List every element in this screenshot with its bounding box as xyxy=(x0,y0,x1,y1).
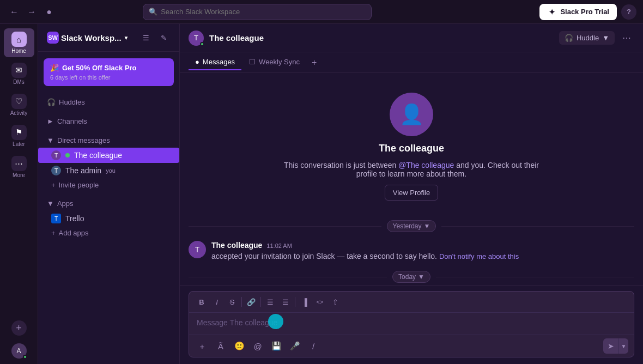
weekly-sync-tab-label: Weekly Sync xyxy=(259,58,300,66)
back-button[interactable]: ← xyxy=(7,4,22,20)
main-chat: T The colleague 🎧 Huddle ▼ ⋯ ● Messages … xyxy=(180,24,643,364)
history-button[interactable]: ● xyxy=(41,4,57,20)
channels-header[interactable]: ► Channels xyxy=(38,114,179,129)
today-pill[interactable]: Today ▼ xyxy=(392,271,430,283)
bullet-list-button[interactable]: ☰ xyxy=(263,295,277,309)
block-quote-button[interactable]: ▐ xyxy=(298,295,312,309)
yesterday-label: Yesterday xyxy=(393,222,422,230)
promo-icon: 🎉 xyxy=(50,64,59,72)
workspace-name[interactable]: SW Slack Worksp... ▼ xyxy=(47,32,129,44)
tab-weekly-sync[interactable]: ☐ Weekly Sync xyxy=(242,54,306,70)
channels-chevron-icon: ► xyxy=(47,117,54,125)
audio-button[interactable]: 🎤 xyxy=(287,338,302,354)
more-formatting-button[interactable]: ⇧ xyxy=(328,295,342,309)
yesterday-pill[interactable]: Yesterday ▼ xyxy=(387,220,436,232)
link-button[interactable]: 🔗 xyxy=(244,295,258,309)
files-button[interactable]: 💾 xyxy=(269,338,284,354)
sidebar-item-home[interactable]: ⌂ Home xyxy=(4,28,34,57)
add-workspace-button[interactable]: + xyxy=(11,320,27,336)
intro-text-before: This conversation is just between xyxy=(284,161,396,169)
search-icon: 🔍 xyxy=(149,8,157,16)
search-bar[interactable]: 🔍 xyxy=(143,4,372,20)
text-format-button[interactable]: Ã xyxy=(213,338,228,354)
message-1-author: The colleague xyxy=(211,241,262,250)
contact-online-indicator xyxy=(200,42,204,46)
chat-body: 👤 The colleague This conversation is jus… xyxy=(180,73,643,285)
view-profile-button[interactable]: View Profile xyxy=(385,185,438,201)
user-avatar-container: A xyxy=(11,343,27,359)
search-input[interactable] xyxy=(161,8,366,16)
sidebar-compose-button[interactable]: ✎ xyxy=(156,31,171,45)
message-input-area: B I S 🔗 ☰ ☰ ▐ <> ⇧ Message The colleague xyxy=(180,285,643,364)
huddle-button[interactable]: 🎧 Huddle ▼ xyxy=(559,31,615,45)
today-chevron: ▼ xyxy=(418,273,424,281)
add-apps-item[interactable]: + Add apps xyxy=(38,226,179,240)
add-tab-button[interactable]: + xyxy=(307,54,321,71)
code-button[interactable]: <> xyxy=(313,295,327,309)
nav-buttons: ← → ● xyxy=(7,4,57,20)
strikethrough-button[interactable]: S xyxy=(225,295,239,309)
attach-button[interactable]: + xyxy=(195,338,210,354)
send-area: ➤ ▼ xyxy=(603,338,628,354)
slack-pro-button[interactable]: ✦ Slack Pro Trial xyxy=(539,4,617,20)
intro-avatar: 👤 xyxy=(390,93,433,136)
trello-label: Trello xyxy=(65,214,84,223)
dm-item-colleague[interactable]: T The colleague xyxy=(38,148,179,163)
messages-tab-label: Messages xyxy=(203,58,235,66)
sidebar-item-activity[interactable]: ♡ Activity xyxy=(4,90,34,119)
sidebar-item-later[interactable]: ⚑ Later xyxy=(4,122,34,150)
home-icon: ⌂ xyxy=(11,32,27,47)
chat-tabs: ● Messages ☐ Weekly Sync + xyxy=(180,52,643,73)
input-box: B I S 🔗 ☰ ☰ ▐ <> ⇧ Message The colleague xyxy=(189,291,634,357)
message-input-field[interactable]: Message The colleague xyxy=(189,313,634,335)
sidebar-filter-button[interactable]: ☰ xyxy=(139,31,153,45)
promo-banner[interactable]: 🎉 Get 50% Off Slack Pro 6 days left on t… xyxy=(44,58,174,86)
headset-icon: 🎧 xyxy=(565,34,573,42)
sidebar: SW Slack Worksp... ▼ ☰ ✎ 🎉 Get 50% Off S… xyxy=(38,24,180,364)
invite-people-item[interactable]: + Invite people xyxy=(38,178,179,192)
send-button[interactable]: ➤ xyxy=(603,338,618,354)
bold-button[interactable]: B xyxy=(195,295,209,309)
tab-messages[interactable]: ● Messages xyxy=(189,54,241,70)
dm-item-admin[interactable]: T The admin you xyxy=(38,163,179,178)
intro-section: 👤 The colleague This conversation is jus… xyxy=(189,82,634,211)
promo-title: 🎉 Get 50% Off Slack Pro xyxy=(50,64,167,72)
later-label: Later xyxy=(13,141,25,147)
activity-icon: ♡ xyxy=(11,94,27,109)
activity-label: Activity xyxy=(10,110,28,116)
dont-notify-link[interactable]: Don't notify me about this xyxy=(439,252,519,260)
emoji-button[interactable]: 🙂 xyxy=(232,338,247,354)
dms-label: DMs xyxy=(13,79,25,85)
trello-icon: T xyxy=(51,214,61,223)
chat-more-button[interactable]: ⋯ xyxy=(619,31,634,46)
message-1-avatar: T xyxy=(189,241,206,258)
message-1-text: accepted your invitation to join Slack —… xyxy=(211,251,634,262)
numbered-list-button[interactable]: ☰ xyxy=(278,295,293,309)
mention-button[interactable]: @ xyxy=(250,338,265,354)
intro-mention[interactable]: @The colleague xyxy=(398,161,454,169)
toolbar-divider-2 xyxy=(260,297,261,307)
italic-button[interactable]: I xyxy=(210,295,224,309)
sidebar-item-more[interactable]: ⋯ More xyxy=(4,153,34,181)
today-label: Today xyxy=(398,273,416,281)
toolbar-divider-1 xyxy=(241,297,242,307)
main-layout: ⌂ Home ✉ DMs ♡ Activity ⚑ Later ⋯ More +… xyxy=(0,24,643,364)
apps-header[interactable]: ▼ Apps xyxy=(38,196,179,211)
chat-header: T The colleague 🎧 Huddle ▼ ⋯ xyxy=(180,24,643,52)
huddles-header[interactable]: 🎧 Huddles xyxy=(38,95,179,110)
direct-messages-header[interactable]: ▼ Direct messages xyxy=(38,133,179,148)
trello-item[interactable]: T Trello xyxy=(38,211,179,226)
user-avatar[interactable]: A xyxy=(11,343,27,359)
headphones-icon: 🎧 xyxy=(47,98,56,106)
admin-name: The admin xyxy=(65,166,101,175)
send-options-button[interactable]: ▼ xyxy=(618,338,628,354)
forward-button[interactable]: → xyxy=(24,4,39,20)
message-1-header: The colleague 11:02 AM xyxy=(211,241,634,250)
huddles-section: 🎧 Huddles xyxy=(38,93,179,112)
sidebar-header: SW Slack Worksp... ▼ ☰ ✎ xyxy=(38,24,179,52)
sidebar-item-dms[interactable]: ✉ DMs xyxy=(4,59,34,88)
help-button[interactable]: ? xyxy=(621,4,636,20)
slash-button[interactable]: / xyxy=(306,338,321,354)
channels-section: ► Channels xyxy=(38,112,179,131)
promo-subtitle: 6 days left on this offer xyxy=(50,74,167,81)
